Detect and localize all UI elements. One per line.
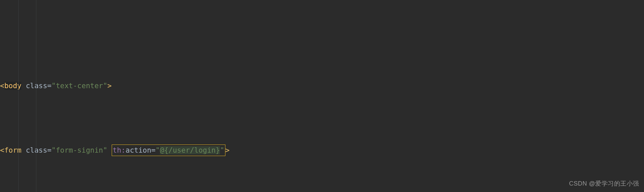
code-line-2: <form class="form-signin" th:action="@{/… [0,144,644,157]
code-editor[interactable]: <body class="text-center"> <form class="… [0,0,644,192]
watermark-text: CSDN @爱学习的王小强 [569,177,639,190]
highlight-th-action: th:action="@{/user/login}" [112,145,225,156]
code-line-1: <body class="text-center"> [0,79,644,92]
